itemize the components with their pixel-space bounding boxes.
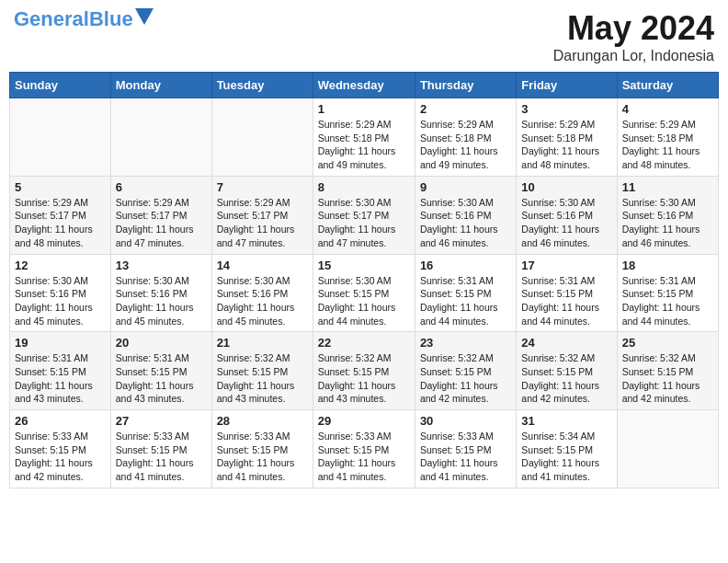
- svg-marker-0: [135, 8, 154, 25]
- day-number: 18: [622, 259, 713, 272]
- day-info: Sunrise: 5:30 AM Sunset: 5:17 PM Dayligh…: [318, 196, 410, 250]
- calendar-cell: 28Sunrise: 5:33 AM Sunset: 5:15 PM Dayli…: [211, 410, 313, 488]
- day-number: 30: [420, 414, 511, 428]
- day-number: 13: [116, 259, 207, 272]
- day-number: 11: [622, 180, 713, 194]
- day-info: Sunrise: 5:33 AM Sunset: 5:15 PM Dayligh…: [420, 430, 511, 484]
- day-number: 21: [217, 336, 308, 350]
- day-info: Sunrise: 5:30 AM Sunset: 5:16 PM Dayligh…: [15, 274, 106, 328]
- header-cell-friday: Friday: [517, 73, 617, 98]
- day-number: 14: [217, 259, 308, 272]
- day-info: Sunrise: 5:31 AM Sunset: 5:15 PM Dayligh…: [116, 351, 207, 406]
- day-number: 7: [217, 180, 308, 194]
- day-number: 20: [116, 336, 207, 350]
- day-number: 27: [116, 414, 207, 428]
- page-title: May 2024: [553, 9, 714, 48]
- calendar-cell: [110, 98, 211, 177]
- day-number: 29: [318, 414, 410, 428]
- calendar-cell: [211, 98, 313, 177]
- day-number: 9: [420, 180, 511, 194]
- calendar-cell: 23Sunrise: 5:32 AM Sunset: 5:15 PM Dayli…: [415, 332, 516, 410]
- day-number: 8: [318, 180, 410, 194]
- calendar-cell: 12Sunrise: 5:30 AM Sunset: 5:16 PM Dayli…: [10, 254, 111, 332]
- calendar-cell: 5Sunrise: 5:29 AM Sunset: 5:17 PM Daylig…: [10, 176, 111, 254]
- day-info: Sunrise: 5:34 AM Sunset: 5:15 PM Dayligh…: [521, 430, 611, 484]
- day-info: Sunrise: 5:30 AM Sunset: 5:16 PM Dayligh…: [420, 196, 511, 250]
- day-info: Sunrise: 5:29 AM Sunset: 5:18 PM Dayligh…: [521, 118, 611, 172]
- header-cell-wednesday: Wednesday: [313, 73, 415, 98]
- calendar-cell: 31Sunrise: 5:34 AM Sunset: 5:15 PM Dayli…: [517, 410, 617, 488]
- header-cell-monday: Monday: [110, 73, 211, 98]
- day-info: Sunrise: 5:31 AM Sunset: 5:15 PM Dayligh…: [521, 274, 611, 328]
- calendar-table: SundayMondayTuesdayWednesdayThursdayFrid…: [9, 72, 719, 488]
- header-cell-saturday: Saturday: [617, 73, 718, 98]
- calendar-body: 1Sunrise: 5:29 AM Sunset: 5:18 PM Daylig…: [10, 98, 719, 488]
- calendar-cell: 11Sunrise: 5:30 AM Sunset: 5:16 PM Dayli…: [617, 176, 718, 254]
- calendar-cell: 15Sunrise: 5:30 AM Sunset: 5:15 PM Dayli…: [313, 254, 415, 332]
- day-info: Sunrise: 5:29 AM Sunset: 5:17 PM Dayligh…: [15, 196, 106, 250]
- calendar-header: SundayMondayTuesdayWednesdayThursdayFrid…: [10, 73, 719, 98]
- day-number: 17: [521, 259, 611, 272]
- calendar-cell: 18Sunrise: 5:31 AM Sunset: 5:15 PM Dayli…: [617, 254, 718, 332]
- day-number: 23: [420, 336, 511, 350]
- day-info: Sunrise: 5:30 AM Sunset: 5:16 PM Dayligh…: [521, 196, 611, 250]
- day-number: 19: [15, 336, 106, 350]
- day-info: Sunrise: 5:31 AM Sunset: 5:15 PM Dayligh…: [420, 274, 511, 328]
- day-info: Sunrise: 5:31 AM Sunset: 5:15 PM Dayligh…: [15, 351, 106, 406]
- day-number: 24: [521, 336, 611, 350]
- calendar-cell: 19Sunrise: 5:31 AM Sunset: 5:15 PM Dayli…: [10, 332, 111, 410]
- calendar-cell: 4Sunrise: 5:29 AM Sunset: 5:18 PM Daylig…: [617, 98, 718, 177]
- header-cell-tuesday: Tuesday: [211, 73, 313, 98]
- day-info: Sunrise: 5:32 AM Sunset: 5:15 PM Dayligh…: [521, 351, 611, 406]
- calendar-cell: 1Sunrise: 5:29 AM Sunset: 5:18 PM Daylig…: [313, 98, 415, 177]
- calendar-cell: 13Sunrise: 5:30 AM Sunset: 5:16 PM Dayli…: [110, 254, 211, 332]
- calendar-cell: 20Sunrise: 5:31 AM Sunset: 5:15 PM Dayli…: [110, 332, 211, 410]
- day-number: 22: [318, 336, 410, 350]
- day-number: 15: [318, 259, 410, 272]
- day-number: 6: [116, 180, 207, 194]
- day-number: 10: [521, 180, 611, 194]
- day-number: 28: [217, 414, 308, 428]
- calendar-cell: 9Sunrise: 5:30 AM Sunset: 5:16 PM Daylig…: [415, 176, 516, 254]
- day-info: Sunrise: 5:29 AM Sunset: 5:17 PM Dayligh…: [116, 196, 207, 250]
- calendar-week-5: 26Sunrise: 5:33 AM Sunset: 5:15 PM Dayli…: [10, 410, 719, 488]
- day-number: 4: [622, 102, 713, 116]
- calendar-cell: 8Sunrise: 5:30 AM Sunset: 5:17 PM Daylig…: [313, 176, 415, 254]
- page-subtitle: Darungan Lor, Indonesia: [553, 48, 714, 64]
- day-number: 31: [521, 414, 611, 428]
- calendar-cell: 10Sunrise: 5:30 AM Sunset: 5:16 PM Dayli…: [517, 176, 617, 254]
- day-info: Sunrise: 5:32 AM Sunset: 5:15 PM Dayligh…: [217, 351, 308, 406]
- calendar-cell: 14Sunrise: 5:30 AM Sunset: 5:16 PM Dayli…: [211, 254, 313, 332]
- calendar-cell: 22Sunrise: 5:32 AM Sunset: 5:15 PM Dayli…: [313, 332, 415, 410]
- calendar-cell: 29Sunrise: 5:33 AM Sunset: 5:15 PM Dayli…: [313, 410, 415, 488]
- calendar-cell: 27Sunrise: 5:33 AM Sunset: 5:15 PM Dayli…: [110, 410, 211, 488]
- header-cell-sunday: Sunday: [10, 73, 111, 98]
- calendar-cell: [617, 410, 718, 488]
- calendar-cell: 26Sunrise: 5:33 AM Sunset: 5:15 PM Dayli…: [10, 410, 111, 488]
- day-info: Sunrise: 5:29 AM Sunset: 5:17 PM Dayligh…: [217, 196, 308, 250]
- calendar-cell: 3Sunrise: 5:29 AM Sunset: 5:18 PM Daylig…: [517, 98, 617, 177]
- day-number: 25: [622, 336, 713, 350]
- title-block: May 2024 Darungan Lor, Indonesia: [553, 9, 714, 64]
- day-number: 2: [420, 102, 511, 116]
- calendar-cell: 30Sunrise: 5:33 AM Sunset: 5:15 PM Dayli…: [415, 410, 516, 488]
- day-number: 3: [521, 102, 611, 116]
- logo-icon: [135, 8, 154, 27]
- day-info: Sunrise: 5:33 AM Sunset: 5:15 PM Dayligh…: [15, 430, 106, 484]
- day-number: 12: [15, 259, 106, 272]
- day-info: Sunrise: 5:33 AM Sunset: 5:15 PM Dayligh…: [318, 430, 410, 484]
- calendar-cell: 25Sunrise: 5:32 AM Sunset: 5:15 PM Dayli…: [617, 332, 718, 410]
- day-info: Sunrise: 5:30 AM Sunset: 5:16 PM Dayligh…: [622, 196, 713, 250]
- calendar-cell: 16Sunrise: 5:31 AM Sunset: 5:15 PM Dayli…: [415, 254, 516, 332]
- page-header: GeneralBlue May 2024 Darungan Lor, Indon…: [9, 9, 719, 64]
- day-info: Sunrise: 5:30 AM Sunset: 5:16 PM Dayligh…: [217, 274, 308, 328]
- calendar-week-4: 19Sunrise: 5:31 AM Sunset: 5:15 PM Dayli…: [10, 332, 719, 410]
- calendar-cell: 7Sunrise: 5:29 AM Sunset: 5:17 PM Daylig…: [211, 176, 313, 254]
- calendar-cell: 17Sunrise: 5:31 AM Sunset: 5:15 PM Dayli…: [517, 254, 617, 332]
- logo-text: GeneralBlue: [14, 9, 133, 29]
- day-info: Sunrise: 5:30 AM Sunset: 5:16 PM Dayligh…: [116, 274, 207, 328]
- logo: GeneralBlue: [14, 9, 154, 29]
- day-info: Sunrise: 5:30 AM Sunset: 5:15 PM Dayligh…: [318, 274, 410, 328]
- calendar-week-1: 1Sunrise: 5:29 AM Sunset: 5:18 PM Daylig…: [10, 98, 719, 177]
- day-info: Sunrise: 5:29 AM Sunset: 5:18 PM Dayligh…: [622, 118, 713, 172]
